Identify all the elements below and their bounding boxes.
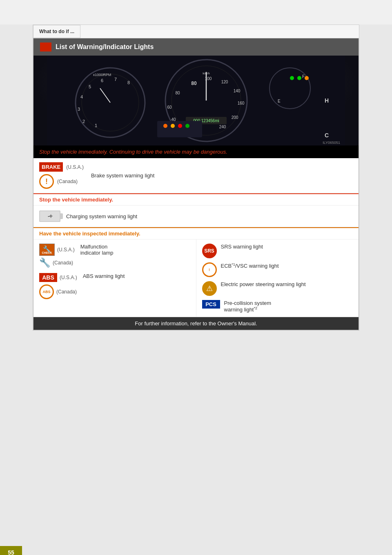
svg-text:80: 80: [175, 91, 180, 95]
eps-row: ⚠ Electric power steering warning light: [202, 281, 353, 296]
eps-description: Electric power steering warning light: [221, 281, 306, 287]
battery-icon: -+: [39, 210, 60, 222]
malfunction-usa-label: (U.S.A.): [57, 247, 75, 253]
page-number-box: 55: [0, 546, 22, 555]
footer-text: For further information, refer to the Ow…: [135, 320, 257, 327]
svg-text:5: 5: [89, 84, 91, 89]
svg-text:E: E: [278, 99, 281, 103]
svg-text:H: H: [325, 97, 329, 104]
brake-icon: BRAKE: [39, 162, 63, 172]
ecb-row: ! ECB*1/VSC warning light: [202, 262, 353, 277]
title-bar-accent: [40, 43, 51, 51]
check-icon: 🔧 CHECK: [39, 244, 55, 256]
svg-text:C: C: [325, 132, 329, 139]
abs-icon: ABS: [39, 273, 57, 282]
svg-point-34: [163, 124, 167, 128]
svg-text:1: 1: [95, 123, 97, 128]
svg-text:120: 120: [221, 80, 228, 84]
charging-description: Charging system warning light: [66, 213, 137, 219]
danger-text: Stop the vehicle immediately. Continuing…: [39, 149, 227, 155]
abs-usa-label: (U.S.A.): [60, 275, 77, 280]
svg-point-39: [297, 76, 301, 80]
abs-canada-label: (Canada): [56, 289, 77, 295]
svg-text:7: 7: [114, 77, 117, 82]
abs-description: ABS warning light: [83, 273, 125, 279]
svg-point-36: [178, 124, 182, 128]
srs-icon: SRS: [202, 244, 217, 258]
left-col: 🔧 CHECK (U.S.A.) 🔧 (Canada) Malfunctioni…: [33, 239, 196, 317]
svg-text:240: 240: [219, 125, 226, 129]
stop-immediately-banner: Stop the vehicle immediately.: [33, 193, 359, 206]
svg-point-40: [305, 76, 309, 80]
page-number: 55: [8, 549, 14, 555]
svg-text:4: 4: [80, 94, 83, 99]
svg-text:2: 2: [82, 119, 85, 124]
brake-canada-label: (Canada): [57, 179, 78, 184]
svg-text:80: 80: [191, 81, 197, 86]
svg-text:160: 160: [238, 101, 245, 105]
svg-text:140: 140: [234, 89, 241, 93]
have-inspected-banner: Have the vehicle inspected immediately.: [33, 227, 359, 239]
ecb-icon: !: [202, 262, 217, 277]
svg-text:200: 200: [232, 115, 238, 120]
svg-point-38: [290, 76, 294, 80]
svg-rect-33: [157, 121, 202, 137]
footer-banner: For further information, refer to the Ow…: [33, 317, 359, 330]
section-header: What to do if ...: [33, 25, 80, 38]
dashboard-image-area: 1 2 3 4 5 6 7 8 x1000RPM 20: [33, 56, 359, 145]
svg-text:60: 60: [167, 105, 172, 110]
abs-row: ABS (U.S.A.) ABS (Canada) ABS warning li…: [39, 273, 190, 299]
brake-usa-label: (U.S.A.): [66, 164, 84, 170]
brake-section: BRAKE (U.S.A.) ! (Canada) Brake system w…: [33, 158, 359, 193]
malfunction-canada-label: (Canada): [53, 260, 73, 266]
pcs-icon: PCS: [202, 300, 220, 309]
ecb-description: ECB*1/VSC warning light: [221, 262, 279, 269]
svg-text:ILY065051: ILY065051: [323, 141, 340, 145]
svg-text:6: 6: [101, 78, 103, 83]
right-col-items: SRS SRS warning light ! ECB*1/VSC warnin…: [202, 244, 353, 313]
engine-icon: 🔧: [39, 258, 50, 267]
dashboard-svg: 1 2 3 4 5 6 7 8 x1000RPM 20: [47, 56, 345, 145]
title-bar: List of Warning/Indicator Lights: [33, 38, 359, 56]
srs-description: SRS warning light: [221, 244, 263, 250]
page-title: List of Warning/Indicator Lights: [56, 43, 154, 51]
section-header-text: What to do if ...: [39, 29, 74, 34]
danger-banner: Stop the vehicle immediately. Continuing…: [33, 145, 359, 158]
eps-icon: ⚠: [202, 281, 217, 296]
abs-canada-icon: ABS: [39, 284, 54, 299]
srs-row: SRS SRS warning light: [202, 244, 353, 258]
svg-text:3: 3: [78, 107, 80, 112]
page-wrapper: What to do if ... List of Warning/Indica…: [0, 25, 392, 555]
malfunction-description: Malfunctionindicator lamp: [80, 244, 114, 256]
svg-text:F: F: [302, 74, 305, 79]
svg-point-37: [185, 124, 189, 128]
charging-section: -+ Charging system warning light: [33, 206, 359, 227]
svg-point-35: [171, 124, 175, 128]
pcs-description: Pre-collision systemwarning light*2: [224, 300, 272, 313]
stop-immediately-text: Stop the vehicle immediately.: [39, 197, 113, 203]
two-col-section: 🔧 CHECK (U.S.A.) 🔧 (Canada) Malfunctioni…: [33, 239, 359, 317]
brake-canada-icon: !: [39, 174, 54, 189]
right-col: SRS SRS warning light ! ECB*1/VSC warnin…: [196, 239, 359, 317]
main-content-box: What to do if ... List of Warning/Indica…: [33, 25, 359, 331]
malfunction-row: 🔧 CHECK (U.S.A.) 🔧 (Canada) Malfunctioni…: [39, 244, 190, 267]
svg-text:x1000RPM: x1000RPM: [93, 73, 111, 77]
pcs-row: PCS Pre-collision systemwarning light*2: [202, 300, 353, 313]
brake-description: Brake system warning light: [91, 172, 154, 179]
svg-text:8: 8: [127, 80, 130, 85]
warning-box: List of Warning/Indicator Lights 1 2 3 4…: [33, 38, 359, 330]
have-inspected-text: Have the vehicle inspected immediately.: [39, 231, 140, 237]
